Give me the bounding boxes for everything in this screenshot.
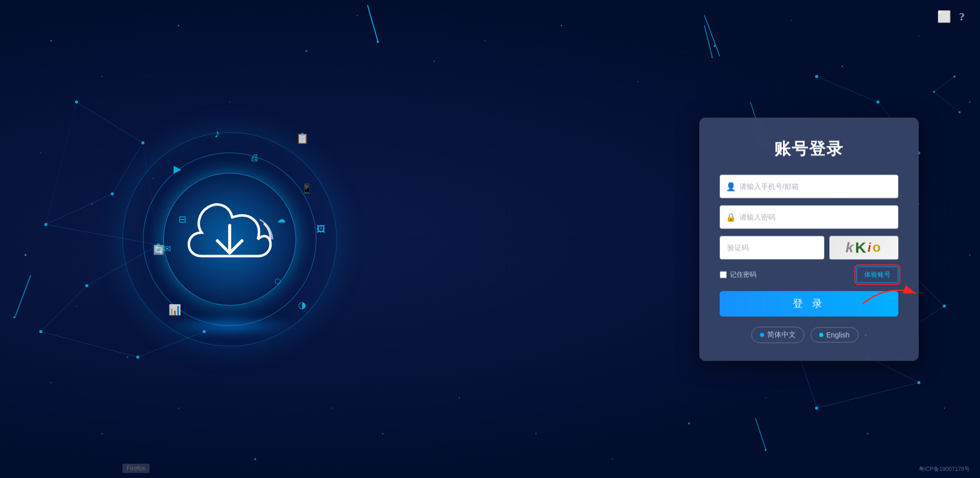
trial-account-button[interactable]: 体验账号 xyxy=(856,266,898,283)
svg-point-12 xyxy=(842,66,843,67)
pie-icon: ◑ xyxy=(298,299,306,311)
cloud-refresh-icon: 🔄 xyxy=(153,244,164,256)
top-right-icons: ⬜ ? xyxy=(937,10,965,23)
svg-line-67 xyxy=(817,77,878,102)
lang-chinese-button[interactable]: 简体中文 xyxy=(751,326,804,343)
svg-point-30 xyxy=(688,422,690,424)
svg-point-86 xyxy=(953,76,955,78)
print-icon: 🖨 xyxy=(250,153,259,163)
chart-icon: 📊 xyxy=(168,304,181,316)
captcha-image[interactable]: k K i o xyxy=(829,236,898,259)
svg-point-87 xyxy=(933,91,935,93)
left-content: ♪ ▶ 📊 🖨 📋 📱 🖼 ⊟ 🔄 ☁ ✉ ⬡ ◑ xyxy=(0,0,459,478)
svg-line-84 xyxy=(755,418,766,449)
help-icon[interactable]: ? xyxy=(959,10,965,23)
footer-icp: 粤ICP备19007178号 xyxy=(919,465,970,473)
film-icon: ▶ xyxy=(174,163,181,175)
svg-point-88 xyxy=(959,111,961,113)
password-group: 🔒 xyxy=(720,205,898,229)
captcha-input[interactable] xyxy=(720,236,824,259)
svg-point-7 xyxy=(484,40,485,41)
svg-point-37 xyxy=(944,306,945,307)
lang-chinese-label: 简体中文 xyxy=(767,330,796,339)
captcha-row: k K i o xyxy=(720,236,898,259)
music-icon: ♪ xyxy=(214,127,220,140)
svg-point-52 xyxy=(943,305,946,308)
list-icon: 📋 xyxy=(296,132,309,144)
options-row: 记住密码 体验账号 xyxy=(720,266,898,283)
login-panel: 账号登录 👤 🔒 k K i o 记住密码 体 xyxy=(699,117,919,361)
svg-line-83 xyxy=(704,15,720,56)
username-input[interactable] xyxy=(720,174,898,198)
password-input[interactable] xyxy=(720,205,898,229)
image-icon: 🖼 xyxy=(316,224,326,235)
firefox-label: Firefox xyxy=(122,464,150,473)
remember-me-label[interactable]: 记住密码 xyxy=(720,270,756,279)
svg-point-36 xyxy=(969,255,971,256)
svg-line-74 xyxy=(817,383,919,408)
lang-separator: - xyxy=(865,331,867,339)
svg-line-73 xyxy=(868,357,919,383)
svg-point-47 xyxy=(815,75,818,78)
svg-point-28 xyxy=(535,433,537,435)
login-button[interactable]: 登 录 xyxy=(720,291,898,316)
background: ⬜ ? xyxy=(0,0,980,478)
lock-icon: 🔒 xyxy=(726,212,736,222)
login-title: 账号登录 xyxy=(720,138,898,160)
svg-line-89 xyxy=(934,77,954,92)
cloud-platform xyxy=(163,316,296,336)
svg-point-13 xyxy=(918,35,919,36)
svg-point-14 xyxy=(969,102,971,103)
svg-point-32 xyxy=(867,433,869,435)
tablet-icon: 📱 xyxy=(301,183,312,194)
mail-icon: ✉ xyxy=(163,243,171,255)
svg-point-10 xyxy=(714,45,716,47)
svg-line-78 xyxy=(704,26,712,56)
svg-point-54 xyxy=(815,407,818,410)
language-row: 简体中文 English - xyxy=(720,326,898,343)
lang-chinese-dot xyxy=(760,333,764,337)
svg-line-90 xyxy=(934,92,960,112)
monitor-icon[interactable]: ⬜ xyxy=(937,10,951,23)
user-icon: 👤 xyxy=(726,182,736,191)
cloud-container: ♪ ▶ 📊 🖨 📋 📱 🖼 ⊟ 🔄 ☁ ✉ ⬡ ◑ xyxy=(102,112,357,367)
svg-point-33 xyxy=(944,408,945,409)
svg-point-9 xyxy=(638,81,639,82)
cloud-download-icon xyxy=(179,196,281,283)
svg-point-11 xyxy=(791,20,792,21)
svg-point-55 xyxy=(917,381,920,384)
remember-checkbox[interactable] xyxy=(720,271,727,278)
svg-point-79 xyxy=(712,57,713,58)
svg-point-29 xyxy=(612,459,613,460)
lang-english-label: English xyxy=(826,331,850,339)
svg-point-85 xyxy=(765,449,767,451)
svg-point-48 xyxy=(876,100,879,104)
username-group: 👤 xyxy=(720,174,898,198)
svg-point-8 xyxy=(561,25,562,27)
lang-english-dot xyxy=(819,333,823,337)
svg-point-31 xyxy=(765,397,766,398)
lang-english-button[interactable]: English xyxy=(811,327,859,342)
